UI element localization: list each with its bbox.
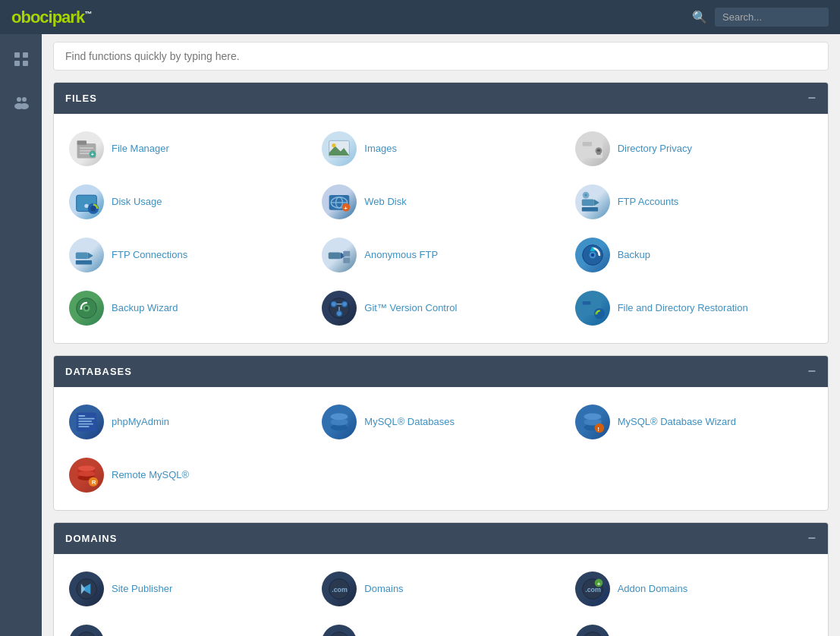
menu-item-images[interactable]: Images <box>318 125 563 172</box>
collapse-icon-domains[interactable]: − <box>807 531 816 546</box>
ftp-connections-icon <box>69 238 104 272</box>
section-label-files: FILES <box>65 93 97 104</box>
aliases-icon: .com <box>322 625 357 636</box>
anonymous-ftp-icon <box>322 238 357 272</box>
file-directory-restoration-icon <box>575 291 610 326</box>
svg-point-99 <box>77 632 97 636</box>
mysql-database-wizard-label: MySQL® Database Wizard <box>618 416 736 429</box>
section-header-databases[interactable]: DATABASES− <box>54 356 828 387</box>
menu-item-aliases[interactable]: .comAliases <box>318 619 563 636</box>
addon-domains-label: Addon Domains <box>618 583 688 596</box>
backup-icon <box>575 238 610 272</box>
svg-point-56 <box>332 301 337 307</box>
menu-item-addon-domains[interactable]: .com+Addon Domains <box>571 565 816 612</box>
svg-rect-43 <box>329 252 341 259</box>
svg-point-75 <box>331 413 348 420</box>
svg-text:R: R <box>92 479 96 486</box>
phpmyadmin-label: phpMyAdmin <box>112 416 169 429</box>
menu-item-web-disk[interactable]: +Web Disk <box>318 178 563 225</box>
top-navigation: obocipark™ 🔍 <box>0 0 840 34</box>
subdomains-icon: sub. <box>69 625 104 636</box>
svg-rect-67 <box>78 418 94 420</box>
svg-point-4 <box>17 97 21 102</box>
svg-point-87 <box>77 466 95 471</box>
sidebar-grid-icon[interactable] <box>8 46 35 77</box>
sidebar <box>0 34 42 636</box>
menu-item-ftp-connections[interactable]: FTP Connections <box>65 231 310 279</box>
menu-item-git-version-control[interactable]: Git™ Version Control <box>318 285 563 332</box>
svg-rect-45 <box>344 251 351 257</box>
svg-rect-40 <box>76 252 88 259</box>
domains-label: Domains <box>364 583 403 596</box>
collapse-icon-databases[interactable]: − <box>807 364 816 379</box>
redirects-icon: .comR <box>575 625 610 636</box>
svg-rect-69 <box>78 423 93 425</box>
svg-point-53 <box>85 307 88 310</box>
svg-point-26 <box>84 204 88 208</box>
svg-rect-39 <box>581 207 597 211</box>
top-search-input[interactable] <box>715 8 829 27</box>
menu-item-file-directory-restoration[interactable]: File and Directory Restoration <box>571 285 816 332</box>
search-icon[interactable]: 🔍 <box>692 10 707 24</box>
images-icon <box>322 131 357 166</box>
section-header-domains[interactable]: DOMAINS− <box>54 523 828 554</box>
git-version-control-icon <box>322 291 357 326</box>
domains-icon: .com <box>322 571 357 606</box>
svg-point-18 <box>332 143 336 147</box>
svg-rect-62 <box>582 301 590 304</box>
svg-point-28 <box>90 206 96 211</box>
collapse-icon-files[interactable]: − <box>807 90 816 106</box>
svg-text:.com: .com <box>332 586 348 593</box>
menu-item-remote-mysql[interactable]: RRemote MySQL® <box>65 452 310 499</box>
section-body-databases: phpMyAdminMySQL® Databases!MySQL® Databa… <box>54 387 828 510</box>
mysql-databases-label: MySQL® Databases <box>364 416 455 429</box>
menu-item-mysql-database-wizard[interactable]: !MySQL® Database Wizard <box>571 398 816 446</box>
backup-wizard-icon <box>69 291 104 326</box>
menu-item-mysql-databases[interactable]: MySQL® Databases <box>318 398 563 446</box>
section-label-domains: DOMAINS <box>65 533 117 544</box>
sidebar-users-icon[interactable] <box>7 88 36 121</box>
remote-mysql-icon: R <box>69 458 104 493</box>
svg-point-86 <box>77 471 95 477</box>
disk-usage-label: Disk Usage <box>112 196 162 209</box>
section-body-domains: Site Publisher.comDomains.com+Addon Doma… <box>54 554 828 636</box>
phpmyadmin-icon <box>69 405 104 439</box>
menu-item-directory-privacy[interactable]: Directory Privacy <box>571 125 816 172</box>
svg-point-58 <box>337 311 342 316</box>
menu-item-ftp-accounts[interactable]: FTP Accounts <box>571 178 816 225</box>
site-publisher-label: Site Publisher <box>112 583 172 596</box>
section-header-files[interactable]: FILES− <box>54 83 828 114</box>
svg-rect-10 <box>80 147 93 149</box>
menu-item-backup[interactable]: Backup <box>571 231 816 279</box>
menu-item-domains[interactable]: .comDomains <box>318 565 563 612</box>
images-label: Images <box>364 143 397 156</box>
svg-rect-1 <box>23 52 28 58</box>
svg-rect-46 <box>344 258 351 263</box>
remote-mysql-label: Remote MySQL® <box>112 469 189 482</box>
menu-item-anonymous-ftp[interactable]: Anonymous FTP <box>318 231 563 279</box>
mysql-databases-icon <box>322 405 357 439</box>
menu-item-phpmyadmin[interactable]: phpMyAdmin <box>65 398 310 446</box>
menu-item-backup-wizard[interactable]: Backup Wizard <box>65 285 310 332</box>
git-version-control-label: Git™ Version Control <box>364 302 457 315</box>
site-publisher-icon <box>69 571 104 606</box>
top-nav-right: 🔍 <box>692 8 829 27</box>
menu-item-file-manager[interactable]: +File Manager <box>65 125 310 172</box>
ftp-connections-label: FTP Connections <box>112 249 187 262</box>
menu-item-disk-usage[interactable]: Disk Usage <box>65 178 310 225</box>
menu-item-redirects[interactable]: .comRRedirects <box>571 619 816 636</box>
file-manager-icon: + <box>69 131 104 166</box>
svg-rect-11 <box>80 150 90 152</box>
file-directory-restoration-label: File and Directory Restoration <box>618 302 748 315</box>
backup-wizard-label: Backup Wizard <box>112 302 178 315</box>
menu-item-subdomains[interactable]: sub.Subdomains <box>65 619 310 636</box>
main-layout: FILES−+File ManagerImagesDirectory Priva… <box>0 34 840 636</box>
main-search-input[interactable] <box>53 42 829 71</box>
svg-rect-2 <box>14 61 20 66</box>
section-domains: DOMAINS−Site Publisher.comDomains.com+Ad… <box>53 522 829 636</box>
web-disk-icon: + <box>322 184 357 219</box>
menu-item-site-publisher[interactable]: Site Publisher <box>65 565 310 612</box>
svg-text:+: + <box>91 152 94 158</box>
addon-domains-icon: .com+ <box>575 571 610 606</box>
main-content: FILES−+File ManagerImagesDirectory Priva… <box>42 34 840 636</box>
